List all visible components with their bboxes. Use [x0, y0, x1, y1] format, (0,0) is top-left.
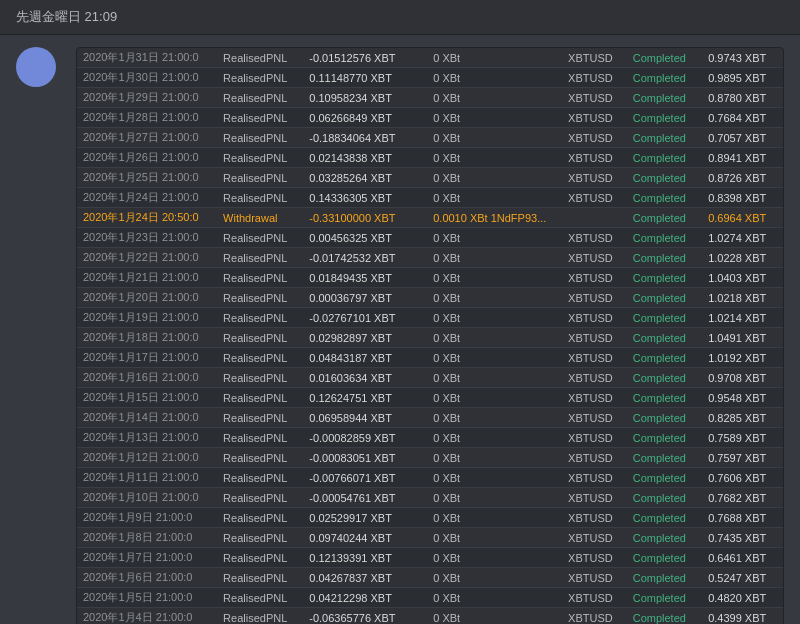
table-cell-amount: 0.02529917 XBT — [303, 508, 427, 528]
table-cell-asset: XBTUSD — [562, 368, 627, 388]
table-cell-date: 2020年1月9日 21:00:0 — [77, 508, 217, 528]
table-cell-date: 2020年1月27日 21:00:0 — [77, 128, 217, 148]
table-cell-balance: 0.9743 XBT — [702, 48, 783, 68]
table-cell-type: RealisedPNL — [217, 288, 303, 308]
table-cell-date: 2020年1月7日 21:00:0 — [77, 548, 217, 568]
table-cell-status: Completed — [627, 168, 702, 188]
table-cell-fee: 0 XBt — [427, 328, 562, 348]
table-cell-status: Completed — [627, 488, 702, 508]
table-cell-fee: 0 XBt — [427, 268, 562, 288]
table-cell-amount: 0.12624751 XBT — [303, 388, 427, 408]
table-cell-amount: -0.00083051 XBT — [303, 448, 427, 468]
table-cell-asset: XBTUSD — [562, 88, 627, 108]
table-cell-type: RealisedPNL — [217, 528, 303, 548]
table-cell-amount: 0.11148770 XBT — [303, 68, 427, 88]
table-cell-status: Completed — [627, 348, 702, 368]
table-cell-balance: 0.7688 XBT — [702, 508, 783, 528]
table-cell-amount: 0.06266849 XBT — [303, 108, 427, 128]
table-cell-type: RealisedPNL — [217, 588, 303, 608]
table-cell-asset: XBTUSD — [562, 228, 627, 248]
table-cell-status: Completed — [627, 548, 702, 568]
table-cell-asset: XBTUSD — [562, 328, 627, 348]
table-cell-amount: -0.06365776 XBT — [303, 608, 427, 625]
table-cell-status: Completed — [627, 308, 702, 328]
table-cell-asset: XBTUSD — [562, 48, 627, 68]
table-cell-fee: 0 XBt — [427, 88, 562, 108]
table-cell-fee: 0 XBt — [427, 308, 562, 328]
table-cell-date: 2020年1月30日 21:00:0 — [77, 68, 217, 88]
table-cell-status: Completed — [627, 368, 702, 388]
table-cell-balance: 0.9548 XBT — [702, 388, 783, 408]
table-cell-balance: 0.7597 XBT — [702, 448, 783, 468]
table-cell-balance: 0.4820 XBT — [702, 588, 783, 608]
table-cell-asset: XBTUSD — [562, 188, 627, 208]
table-cell-asset: XBTUSD — [562, 548, 627, 568]
table-cell-fee: 0 XBt — [427, 388, 562, 408]
table-cell-date: 2020年1月17日 21:00:0 — [77, 348, 217, 368]
table-cell-asset: XBTUSD — [562, 508, 627, 528]
table-cell-date: 2020年1月16日 21:00:0 — [77, 368, 217, 388]
table-cell-date: 2020年1月29日 21:00:0 — [77, 88, 217, 108]
table-cell-type: RealisedPNL — [217, 148, 303, 168]
table-cell-type: RealisedPNL — [217, 308, 303, 328]
table-cell-balance: 0.6461 XBT — [702, 548, 783, 568]
table-cell-balance: 1.0218 XBT — [702, 288, 783, 308]
table-cell-type: RealisedPNL — [217, 268, 303, 288]
table-cell-balance: 0.5247 XBT — [702, 568, 783, 588]
table-cell-amount: 0.01849435 XBT — [303, 268, 427, 288]
message-table: 2020年1月31日 21:00:0 RealisedPNL -0.015125… — [76, 47, 784, 624]
table-cell-status: Completed — [627, 268, 702, 288]
table-cell-balance: 0.7606 XBT — [702, 468, 783, 488]
table-cell-date: 2020年1月22日 21:00:0 — [77, 248, 217, 268]
table-cell-fee: 0 XBt — [427, 228, 562, 248]
table-cell-amount: 0.12139391 XBT — [303, 548, 427, 568]
table-cell-balance: 0.9708 XBT — [702, 368, 783, 388]
table-cell-date: 2020年1月24日 21:00:0 — [77, 188, 217, 208]
top-bar: 先週金曜日 21:09 — [0, 0, 800, 35]
table-cell-balance: 1.0274 XBT — [702, 228, 783, 248]
table-cell-fee: 0 XBt — [427, 448, 562, 468]
table-cell-type: RealisedPNL — [217, 88, 303, 108]
table-cell-date: 2020年1月14日 21:00:0 — [77, 408, 217, 428]
table-cell-asset: XBTUSD — [562, 408, 627, 428]
table-cell-balance: 0.7589 XBT — [702, 428, 783, 448]
table-cell-type: RealisedPNL — [217, 228, 303, 248]
table-cell-status: Completed — [627, 508, 702, 528]
table-cell-amount: -0.01742532 XBT — [303, 248, 427, 268]
table-cell-status: Completed — [627, 388, 702, 408]
table-cell-status: Completed — [627, 188, 702, 208]
table-cell-type: RealisedPNL — [217, 248, 303, 268]
table-cell-status: Completed — [627, 148, 702, 168]
table-cell-amount: 0.02143838 XBT — [303, 148, 427, 168]
table-cell-fee: 0 XBt — [427, 168, 562, 188]
table-cell-balance: 0.8398 XBT — [702, 188, 783, 208]
table-cell-type: RealisedPNL — [217, 168, 303, 188]
table-cell-asset: XBTUSD — [562, 348, 627, 368]
table-cell-status: Completed — [627, 248, 702, 268]
table-cell-asset: XBTUSD — [562, 608, 627, 625]
table-cell-type: Withdrawal — [217, 208, 303, 228]
table-cell-balance: 0.7435 XBT — [702, 528, 783, 548]
table-cell-type: RealisedPNL — [217, 468, 303, 488]
table-cell-type: RealisedPNL — [217, 108, 303, 128]
table-cell-status: Completed — [627, 208, 702, 228]
table-cell-fee: 0 XBt — [427, 508, 562, 528]
table-cell-status: Completed — [627, 428, 702, 448]
table-cell-asset: XBTUSD — [562, 168, 627, 188]
table-cell-balance: 1.0491 XBT — [702, 328, 783, 348]
table-cell-balance: 1.0228 XBT — [702, 248, 783, 268]
table-cell-fee: 0 XBt — [427, 548, 562, 568]
table-cell-type: RealisedPNL — [217, 68, 303, 88]
table-cell-type: RealisedPNL — [217, 128, 303, 148]
table-cell-status: Completed — [627, 328, 702, 348]
table-cell-balance: 1.0192 XBT — [702, 348, 783, 368]
table-cell-amount: 0.06958944 XBT — [303, 408, 427, 428]
table-cell-date: 2020年1月25日 21:00:0 — [77, 168, 217, 188]
table-cell-type: RealisedPNL — [217, 488, 303, 508]
table-cell-type: RealisedPNL — [217, 508, 303, 528]
table-cell-amount: -0.00766071 XBT — [303, 468, 427, 488]
table-cell-fee: 0 XBt — [427, 488, 562, 508]
table-cell-type: RealisedPNL — [217, 388, 303, 408]
table-cell-type: RealisedPNL — [217, 548, 303, 568]
table-cell-type: RealisedPNL — [217, 448, 303, 468]
